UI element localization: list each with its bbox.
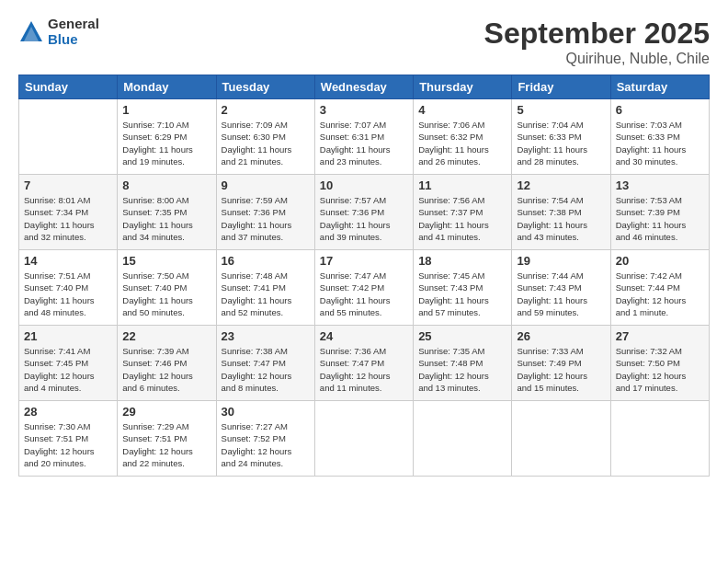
weekday-header-wednesday: Wednesday (314, 75, 413, 99)
day-number: 5 (517, 103, 605, 117)
calendar-cell: 10Sunrise: 7:57 AM Sunset: 7:36 PM Dayli… (314, 175, 413, 250)
calendar-cell: 23Sunrise: 7:38 AM Sunset: 7:47 PM Dayli… (216, 326, 314, 401)
day-info: Sunrise: 7:04 AM Sunset: 6:33 PM Dayligh… (517, 119, 605, 167)
calendar-cell: 14Sunrise: 7:51 AM Sunset: 7:40 PM Dayli… (19, 250, 118, 326)
calendar-cell: 16Sunrise: 7:48 AM Sunset: 7:41 PM Dayli… (216, 250, 314, 326)
day-info: Sunrise: 7:51 AM Sunset: 7:40 PM Dayligh… (24, 270, 112, 318)
day-number: 16 (222, 254, 310, 268)
week-row-1: 1Sunrise: 7:10 AM Sunset: 6:29 PM Daylig… (19, 99, 710, 175)
calendar-cell: 5Sunrise: 7:04 AM Sunset: 6:33 PM Daylig… (512, 99, 610, 175)
day-number: 14 (24, 254, 112, 268)
week-row-3: 14Sunrise: 7:51 AM Sunset: 7:40 PM Dayli… (19, 250, 710, 326)
day-info: Sunrise: 7:56 AM Sunset: 7:37 PM Dayligh… (418, 194, 506, 243)
calendar-cell: 11Sunrise: 7:56 AM Sunset: 7:37 PM Dayli… (414, 175, 512, 250)
calendar-cell: 22Sunrise: 7:39 AM Sunset: 7:46 PM Dayli… (118, 326, 216, 401)
calendar-cell: 18Sunrise: 7:45 AM Sunset: 7:43 PM Dayli… (414, 250, 512, 326)
weekday-header-row: SundayMondayTuesdayWednesdayThursdayFrid… (19, 75, 710, 99)
day-number: 15 (122, 254, 210, 268)
day-number: 3 (320, 103, 408, 117)
day-number: 11 (418, 178, 506, 192)
day-info: Sunrise: 7:30 AM Sunset: 7:51 PM Dayligh… (24, 420, 112, 469)
week-row-5: 28Sunrise: 7:30 AM Sunset: 7:51 PM Dayli… (19, 401, 710, 477)
calendar-cell: 24Sunrise: 7:36 AM Sunset: 7:47 PM Dayli… (314, 326, 413, 401)
day-info: Sunrise: 7:45 AM Sunset: 7:43 PM Dayligh… (418, 270, 506, 318)
day-number: 27 (616, 329, 704, 343)
day-number: 6 (616, 103, 704, 117)
day-info: Sunrise: 8:01 AM Sunset: 7:34 PM Dayligh… (24, 194, 112, 243)
day-number: 30 (222, 405, 310, 419)
day-info: Sunrise: 7:53 AM Sunset: 7:39 PM Dayligh… (616, 194, 704, 243)
day-info: Sunrise: 7:03 AM Sunset: 6:33 PM Dayligh… (616, 119, 704, 167)
day-number: 12 (517, 178, 605, 192)
day-number: 25 (418, 329, 506, 343)
day-number: 22 (122, 329, 210, 343)
calendar-cell: 26Sunrise: 7:33 AM Sunset: 7:49 PM Dayli… (512, 326, 610, 401)
calendar-cell: 19Sunrise: 7:44 AM Sunset: 7:43 PM Dayli… (512, 250, 610, 326)
day-info: Sunrise: 7:42 AM Sunset: 7:44 PM Dayligh… (616, 270, 704, 318)
page: General Blue September 2025 Quirihue, Nu… (0, 0, 728, 563)
calendar-cell: 17Sunrise: 7:47 AM Sunset: 7:42 PM Dayli… (314, 250, 413, 326)
calendar: SundayMondayTuesdayWednesdayThursdayFrid… (18, 75, 710, 477)
day-info: Sunrise: 7:47 AM Sunset: 7:42 PM Dayligh… (320, 270, 408, 318)
day-number: 24 (320, 329, 408, 343)
week-row-4: 21Sunrise: 7:41 AM Sunset: 7:45 PM Dayli… (19, 326, 710, 401)
day-info: Sunrise: 7:41 AM Sunset: 7:45 PM Dayligh… (24, 345, 112, 394)
subtitle: Quirihue, Nuble, Chile (484, 51, 710, 67)
day-info: Sunrise: 7:50 AM Sunset: 7:40 PM Dayligh… (122, 270, 210, 318)
day-info: Sunrise: 7:57 AM Sunset: 7:36 PM Dayligh… (320, 194, 408, 243)
calendar-cell: 20Sunrise: 7:42 AM Sunset: 7:44 PM Dayli… (610, 250, 709, 326)
day-info: Sunrise: 7:06 AM Sunset: 6:32 PM Dayligh… (418, 119, 506, 167)
calendar-cell: 29Sunrise: 7:29 AM Sunset: 7:51 PM Dayli… (118, 401, 216, 477)
calendar-cell: 8Sunrise: 8:00 AM Sunset: 7:35 PM Daylig… (118, 175, 216, 250)
day-number: 1 (122, 103, 210, 117)
day-info: Sunrise: 7:54 AM Sunset: 7:38 PM Dayligh… (517, 194, 605, 243)
weekday-header-friday: Friday (512, 75, 610, 99)
day-number: 4 (418, 103, 506, 117)
day-number: 21 (24, 329, 112, 343)
day-info: Sunrise: 7:27 AM Sunset: 7:52 PM Dayligh… (222, 420, 310, 469)
day-number: 13 (616, 178, 704, 192)
weekday-header-saturday: Saturday (610, 75, 709, 99)
calendar-cell: 9Sunrise: 7:59 AM Sunset: 7:36 PM Daylig… (216, 175, 314, 250)
logo-general-text: General (48, 17, 99, 32)
weekday-header-sunday: Sunday (19, 75, 118, 99)
weekday-header-tuesday: Tuesday (216, 75, 314, 99)
day-info: Sunrise: 7:07 AM Sunset: 6:31 PM Dayligh… (320, 119, 408, 167)
day-number: 29 (122, 405, 210, 419)
calendar-cell: 6Sunrise: 7:03 AM Sunset: 6:33 PM Daylig… (610, 99, 709, 175)
day-number: 2 (222, 103, 310, 117)
calendar-cell: 15Sunrise: 7:50 AM Sunset: 7:40 PM Dayli… (118, 250, 216, 326)
calendar-cell (414, 401, 512, 477)
weekday-header-monday: Monday (118, 75, 216, 99)
week-row-2: 7Sunrise: 8:01 AM Sunset: 7:34 PM Daylig… (19, 175, 710, 250)
calendar-cell: 1Sunrise: 7:10 AM Sunset: 6:29 PM Daylig… (118, 99, 216, 175)
calendar-cell: 2Sunrise: 7:09 AM Sunset: 6:30 PM Daylig… (216, 99, 314, 175)
calendar-cell: 12Sunrise: 7:54 AM Sunset: 7:38 PM Dayli… (512, 175, 610, 250)
calendar-cell (19, 99, 118, 175)
day-number: 17 (320, 254, 408, 268)
day-number: 9 (222, 178, 310, 192)
calendar-cell: 7Sunrise: 8:01 AM Sunset: 7:34 PM Daylig… (19, 175, 118, 250)
calendar-cell (512, 401, 610, 477)
day-info: Sunrise: 7:36 AM Sunset: 7:47 PM Dayligh… (320, 345, 408, 394)
day-number: 8 (122, 178, 210, 192)
day-info: Sunrise: 7:38 AM Sunset: 7:47 PM Dayligh… (222, 345, 310, 394)
day-info: Sunrise: 7:44 AM Sunset: 7:43 PM Dayligh… (517, 270, 605, 318)
calendar-cell (610, 401, 709, 477)
calendar-cell: 25Sunrise: 7:35 AM Sunset: 7:48 PM Dayli… (414, 326, 512, 401)
day-number: 28 (24, 405, 112, 419)
logo-icon (18, 19, 44, 45)
day-info: Sunrise: 7:59 AM Sunset: 7:36 PM Dayligh… (222, 194, 310, 243)
day-number: 23 (222, 329, 310, 343)
calendar-cell: 28Sunrise: 7:30 AM Sunset: 7:51 PM Dayli… (19, 401, 118, 477)
day-number: 20 (616, 254, 704, 268)
day-number: 7 (24, 178, 112, 192)
day-number: 26 (517, 329, 605, 343)
calendar-cell: 27Sunrise: 7:32 AM Sunset: 7:50 PM Dayli… (610, 326, 709, 401)
day-info: Sunrise: 7:48 AM Sunset: 7:41 PM Dayligh… (222, 270, 310, 318)
calendar-cell: 30Sunrise: 7:27 AM Sunset: 7:52 PM Dayli… (216, 401, 314, 477)
day-number: 10 (320, 178, 408, 192)
logo-text: General Blue (48, 17, 99, 47)
weekday-header-thursday: Thursday (414, 75, 512, 99)
header: General Blue September 2025 Quirihue, Nu… (18, 17, 710, 67)
